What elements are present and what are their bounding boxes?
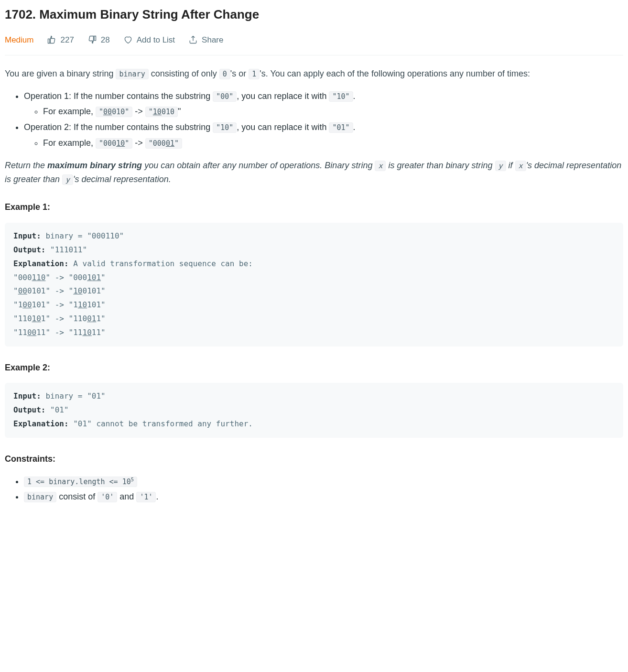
code-x: x bbox=[515, 161, 526, 171]
list-item: 1 <= binary.length <= 105 bbox=[24, 475, 623, 488]
dislike-button[interactable]: 28 bbox=[87, 33, 110, 46]
problem-description: You are given a binary string binary con… bbox=[5, 67, 623, 504]
list-item: For example, "00010" -> "00001" bbox=[43, 136, 623, 150]
code-constraint: '0' bbox=[97, 492, 117, 502]
intro-paragraph: You are given a binary string binary con… bbox=[5, 67, 623, 81]
list-item: Operation 1: If the number contains the … bbox=[24, 89, 623, 119]
code-substring: "01" bbox=[329, 122, 353, 133]
problem-title: 1702. Maximum Binary String After Change bbox=[5, 5, 623, 25]
code-constraint: 1 <= binary.length <= 105 bbox=[24, 477, 137, 487]
code-one: 1 bbox=[249, 69, 260, 79]
dislike-count: 28 bbox=[101, 33, 110, 46]
code-example: "00001" bbox=[145, 138, 182, 149]
code-substring: "00" bbox=[213, 91, 237, 102]
code-example: "00010" bbox=[96, 107, 132, 117]
code-example: "00010" bbox=[96, 138, 132, 149]
code-substring: "10" bbox=[213, 122, 237, 133]
code-binary: binary bbox=[116, 69, 148, 79]
list-item: For example, "00010" -> "10010" bbox=[43, 105, 623, 119]
thumbs-down-icon bbox=[87, 35, 97, 44]
example-2-block: Input: binary = "01" Output: "01" Explan… bbox=[5, 383, 623, 437]
list-item: binary consist of '0' and '1'. bbox=[24, 490, 623, 504]
code-y: y bbox=[62, 174, 73, 185]
like-count: 227 bbox=[60, 33, 74, 46]
code-constraint: binary bbox=[24, 492, 56, 502]
share-label: Share bbox=[202, 33, 223, 46]
code-y: y bbox=[495, 161, 506, 171]
add-to-list-button[interactable]: Add to List bbox=[123, 33, 175, 46]
difficulty-badge: Medium bbox=[5, 33, 33, 46]
operations-list: Operation 1: If the number contains the … bbox=[5, 89, 623, 150]
heart-icon bbox=[123, 35, 133, 44]
code-x: x bbox=[375, 161, 386, 171]
add-to-list-label: Add to List bbox=[137, 33, 175, 46]
constraints-list: 1 <= binary.length <= 105 binary consist… bbox=[5, 475, 623, 504]
example-1-header: Example 1: bbox=[5, 200, 623, 214]
example-1-block: Input: binary = "000110" Output: "111011… bbox=[5, 223, 623, 346]
share-button[interactable]: Share bbox=[188, 33, 223, 46]
share-icon bbox=[188, 35, 198, 44]
meta-row: Medium 227 28 Add to List Share bbox=[5, 33, 623, 55]
constraints-header: Constraints: bbox=[5, 452, 623, 466]
list-item: Operation 2: If the number contains the … bbox=[24, 120, 623, 150]
code-zero: 0 bbox=[219, 69, 230, 79]
code-constraint: '1' bbox=[136, 492, 156, 502]
code-substring: "10" bbox=[329, 91, 353, 102]
return-paragraph: Return the maximum binary string you can… bbox=[5, 159, 623, 186]
thumbs-up-icon bbox=[47, 35, 56, 44]
code-example: "10010 bbox=[145, 107, 178, 117]
like-button[interactable]: 227 bbox=[47, 33, 74, 46]
example-2-header: Example 2: bbox=[5, 361, 623, 375]
